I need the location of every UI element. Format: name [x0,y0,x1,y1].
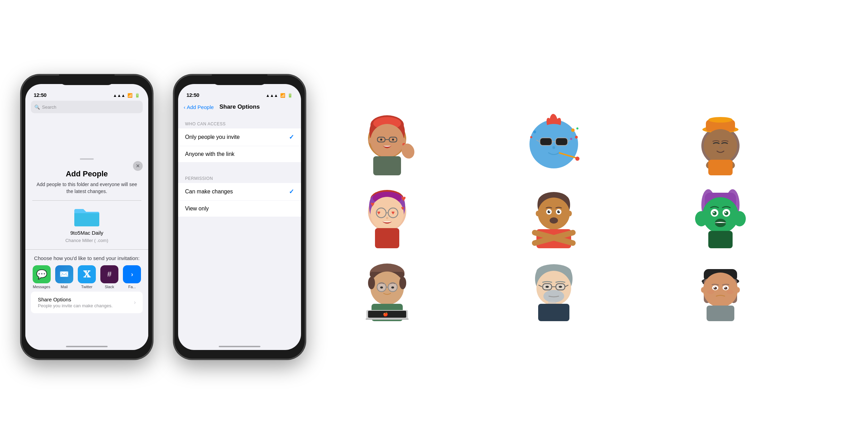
mail-app[interactable]: ✉️ Mail [55,265,73,289]
search-bar-1[interactable]: 🔍 Search [31,101,143,113]
twitter-app[interactable]: 𝕏 Twitter [77,265,96,289]
memoji-heart-eyes: ♥ ♥ ♥ ♥ ♥ [356,186,418,248]
svg-point-69 [550,217,558,224]
svg-point-67 [549,211,550,212]
phones-section: 12:50 ▲▲▲ 📶 🔋 🔍 Search ✕ A [0,0,326,434]
back-button[interactable]: ‹ Add People [184,104,214,110]
svg-rect-21 [540,138,552,145]
memoji-blue-genie [523,113,585,175]
can-make-changes-check: ✓ [289,188,294,195]
signal-icon-2: ▲▲▲ [266,93,278,98]
view-only-item[interactable]: View only [178,201,301,217]
svg-point-62 [538,198,570,229]
permission-section: PERMISSION Can make changes ✓ View only [178,176,301,217]
svg-rect-136 [707,306,734,321]
iphone-1: 12:50 ▲▲▲ 📶 🔋 🔍 Search ✕ A [21,75,153,359]
svg-text:♥: ♥ [391,210,395,216]
svg-point-129 [724,287,727,290]
memoji-cell-2 [521,111,587,177]
svg-rect-103 [366,318,409,320]
svg-point-31 [533,131,536,133]
more-app[interactable]: › Fa... [123,265,141,289]
memoji-cell-6 [687,184,753,250]
memoji-cell-5 [521,184,587,250]
svg-point-115 [559,286,562,288]
svg-point-132 [707,290,714,294]
iphone-2: 12:50 ▲▲▲ 📶 🔋 ‹ Add People Share Options… [174,75,306,359]
memoji-green-monster [689,186,752,248]
memoji-cell-8 [521,257,587,323]
status-bar-1: 12:50 ▲▲▲ 📶 🔋 [25,84,148,99]
sheet-subtitle: Add people to this folder and everyone w… [25,181,148,200]
share-options-title: Share Options [38,297,112,302]
messages-label: Messages [33,285,50,289]
folder-area: 9to5Mac Daily Chance Miller ( .com) [25,201,148,246]
svg-point-86 [733,211,746,226]
memoji-no-gesture [523,186,585,248]
more-icon: › [123,265,141,283]
only-people-label: Only people you invite [185,134,240,140]
anyone-link-label: Anyone with the link [185,151,234,157]
only-people-check: ✓ [289,133,294,141]
svg-point-5 [370,124,404,157]
memoji-cell-1 [354,111,420,177]
share-options-row[interactable]: Share Options People you invite can make… [31,292,143,313]
back-chevron-icon: ‹ [184,104,185,110]
svg-point-27 [571,128,575,132]
invite-label: Choose how you'd like to send your invit… [25,253,148,265]
permission-header: PERMISSION [178,176,301,183]
svg-text:♥: ♥ [401,194,406,203]
svg-point-125 [703,273,738,307]
svg-point-97 [380,286,383,289]
svg-point-26 [552,146,555,149]
notch-1 [59,75,115,85]
nav-bar: ‹ Add People Share Options [178,99,301,115]
svg-text:♥: ♥ [370,200,375,208]
svg-point-92 [368,277,375,289]
svg-point-83 [713,212,715,213]
messages-icon: 💬 [33,265,51,283]
svg-rect-88 [708,231,733,248]
svg-point-10 [392,139,394,141]
anyone-link-item[interactable]: Anyone with the link [178,146,301,162]
divider-2 [25,249,148,250]
screen-2: 12:50 ▲▲▲ 📶 🔋 ‹ Add People Share Options… [178,84,301,350]
can-make-changes-label: Can make changes [185,189,233,195]
memoji-yellow-hat [689,113,752,175]
svg-point-128 [713,287,717,290]
svg-point-68 [559,211,560,212]
sheet-handle [80,158,94,160]
who-can-access-header: WHO CAN ACCESS [178,122,301,128]
svg-point-28 [575,136,578,139]
status-bar-2: 12:50 ▲▲▲ 📶 🔋 [178,84,301,99]
permission-list: Can make changes ✓ View only [178,183,301,217]
messages-app[interactable]: 💬 Messages [32,265,51,289]
search-placeholder-1: Search [42,105,56,110]
svg-point-9 [380,139,382,141]
svg-point-48 [370,197,404,230]
memoji-laptop-man: 🍎 [356,259,418,321]
svg-point-29 [570,138,572,140]
home-indicator-1 [66,346,108,347]
twitter-icon: 𝕏 [78,265,96,283]
svg-rect-58 [375,228,399,248]
screen-1: 12:50 ▲▲▲ 📶 🔋 🔍 Search ✕ A [25,84,148,350]
svg-text:🍎: 🍎 [383,311,388,317]
share-options-subtitle: People you invite can make changes. [38,303,112,308]
notch-2 [212,75,267,85]
slack-label: Slack [105,285,114,289]
chevron-right-icon: › [134,299,136,306]
svg-point-98 [391,286,394,289]
memoji-cell-9 [687,257,753,323]
slack-app[interactable]: # Slack [100,265,119,289]
share-icons-row: 💬 Messages ✉️ Mail 𝕏 Twitter # Slack [25,265,148,289]
svg-point-71 [568,211,572,216]
view-only-label: View only [185,206,209,212]
signal-icon-1: ▲▲▲ [113,93,125,98]
close-button[interactable]: ✕ [133,161,143,171]
svg-rect-22 [556,138,568,145]
only-people-item[interactable]: Only people you invite ✓ [178,128,301,146]
svg-point-32 [530,136,532,138]
svg-point-135 [736,287,740,293]
can-make-changes-item[interactable]: Can make changes ✓ [178,183,301,201]
